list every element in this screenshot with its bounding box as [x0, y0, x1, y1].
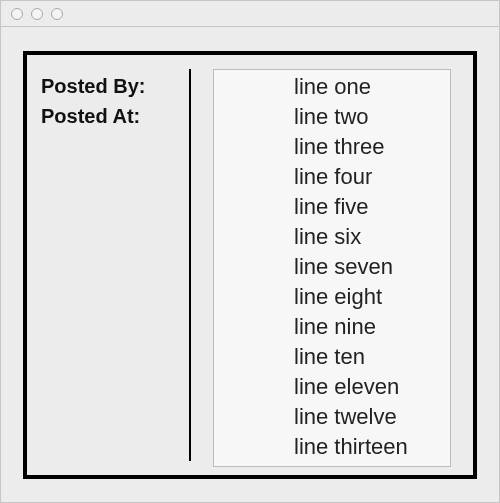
list-item[interactable]: line three [294, 132, 450, 162]
list-column: line one line two line three line four l… [191, 69, 457, 461]
list-item[interactable]: line thirteen [294, 432, 450, 462]
list-item[interactable]: line eleven [294, 372, 450, 402]
list-item[interactable]: line nine [294, 312, 450, 342]
minimize-icon[interactable] [31, 8, 43, 20]
list-item[interactable]: line seven [294, 252, 450, 282]
posted-at-label: Posted At: [41, 101, 181, 131]
list-item[interactable]: line two [294, 102, 450, 132]
window-titlebar [1, 1, 499, 27]
list-item[interactable]: line one [294, 72, 450, 102]
list-item[interactable]: line ten [294, 342, 450, 372]
close-icon[interactable] [11, 8, 23, 20]
list-item[interactable]: line four [294, 162, 450, 192]
lines-listbox[interactable]: line one line two line three line four l… [213, 69, 451, 467]
window-content: Posted By: Posted At: line one line two … [1, 27, 499, 501]
list-item[interactable]: line twelve [294, 402, 450, 432]
zoom-icon[interactable] [51, 8, 63, 20]
list-item[interactable]: line eight [294, 282, 450, 312]
app-window: Posted By: Posted At: line one line two … [0, 0, 500, 503]
list-item[interactable]: line five [294, 192, 450, 222]
list-item[interactable]: line six [294, 222, 450, 252]
posted-by-label: Posted By: [41, 71, 181, 101]
labels-column: Posted By: Posted At: [41, 69, 191, 461]
main-panel: Posted By: Posted At: line one line two … [23, 51, 477, 479]
